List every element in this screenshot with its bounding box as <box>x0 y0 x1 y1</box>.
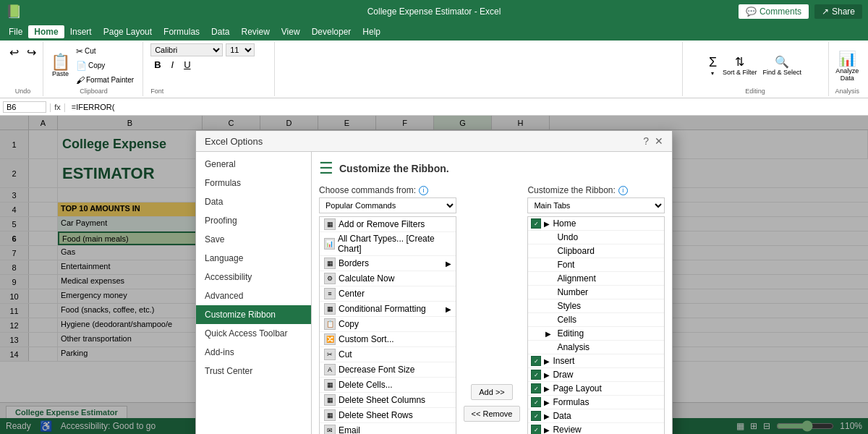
paste-button[interactable]: 📋 Paste <box>51 54 70 77</box>
cut-button[interactable]: ✂ Cut <box>73 45 137 58</box>
sidebar-item-addins[interactable]: Add-ins <box>196 343 311 362</box>
tree-item-styles[interactable]: Styles <box>528 299 664 313</box>
tree-item-analysis[interactable]: Analysis <box>528 341 664 354</box>
tree-item-draw[interactable]: ✓ ▶ Draw <box>528 368 664 382</box>
expand-arrow[interactable]: ▶ <box>545 330 554 338</box>
editing-group: Σ ▾ ⇅ Sort & Filter 🔍 Find & Select Edit… <box>682 42 827 96</box>
list-item[interactable]: ▦ Delete Cells... <box>320 378 456 393</box>
list-item[interactable]: ▦ Delete Sheet Columns <box>320 393 456 408</box>
formula-bar: | fx | <box>0 98 868 116</box>
list-item[interactable]: 🔀 Custom Sort... <box>320 332 456 347</box>
redo-button[interactable]: ↪ <box>23 43 40 61</box>
tree-item-editing[interactable]: ▶ Editing <box>528 327 664 341</box>
main-tabs-dropdown[interactable]: Main Tabs <box>527 197 665 213</box>
left-label: Choose commands from: i <box>319 185 456 195</box>
sidebar-item-quick-access[interactable]: Quick Access Toolbar <box>196 324 311 343</box>
sidebar-item-language[interactable]: Language <box>196 249 311 268</box>
sort-filter-button[interactable]: ⇅ Sort & Filter <box>723 55 757 76</box>
font-family-select[interactable]: Calibri <box>150 43 223 56</box>
expand-arrow[interactable]: ▶ <box>544 220 550 228</box>
modal-close-button[interactable]: ✕ <box>655 135 663 147</box>
cmd-icon: ▦ <box>324 409 336 421</box>
modal-content: ☰ Customize the Ribbon. Choose commands … <box>312 152 672 434</box>
ribbon: ↩ ↪ Undo 📋 Paste ✂ Cut 📄 Copy 🖌 Format P… <box>0 41 868 98</box>
undo-button[interactable]: ↩ <box>6 43 22 61</box>
tree-item-undo[interactable]: Undo <box>528 231 664 244</box>
menu-file[interactable]: File <box>3 25 28 38</box>
list-item[interactable]: ≡ Center <box>320 286 456 302</box>
font-size-select[interactable]: 11 <box>226 43 255 56</box>
sidebar-item-advanced[interactable]: Advanced <box>196 286 311 305</box>
underline-button[interactable]: U <box>180 58 194 72</box>
menu-page-layout[interactable]: Page Layout <box>98 25 158 38</box>
sidebar-item-trust-center[interactable]: Trust Center <box>196 362 311 380</box>
sidebar-item-data[interactable]: Data <box>196 192 311 211</box>
check-icon: ✓ <box>531 425 541 434</box>
font-group-label: Font <box>150 88 268 95</box>
list-item[interactable]: ▦ Borders ▶ <box>320 256 456 271</box>
analyze-data-button[interactable]: 📊 Analyze Data <box>835 43 859 88</box>
share-button[interactable]: ↗ Share <box>814 4 862 19</box>
remove-button[interactable]: << Remove <box>464 406 521 422</box>
list-item[interactable]: ⚙ Calculate Now <box>320 271 456 286</box>
tree-item-insert[interactable]: ✓ ▶ Insert <box>528 354 664 368</box>
menu-home[interactable]: Home <box>28 25 64 38</box>
sidebar-item-general[interactable]: General <box>196 155 311 174</box>
sidebar-item-save[interactable]: Save <box>196 230 311 249</box>
sidebar-item-proofing[interactable]: Proofing <box>196 211 311 230</box>
right-info-icon[interactable]: i <box>618 186 628 195</box>
bold-button[interactable]: B <box>150 58 164 72</box>
sidebar-item-customize-ribbon[interactable]: Customize Ribbon <box>196 305 311 324</box>
autosum-button[interactable]: Σ ▾ <box>709 55 717 77</box>
expand-arrow[interactable]: ▶ <box>544 399 550 407</box>
expand-arrow[interactable]: ▶ <box>544 412 550 420</box>
menu-formulas[interactable]: Formulas <box>158 25 205 38</box>
tree-item-font[interactable]: Font <box>528 258 664 272</box>
clipboard-group: 📋 Paste ✂ Cut 📄 Copy 🖌 Format Painter Cl… <box>45 42 143 96</box>
list-item[interactable]: ▦ Conditional Formatting ▶ <box>320 302 456 317</box>
tree-item-alignment[interactable]: Alignment <box>528 272 664 286</box>
format-painter-button[interactable]: 🖌 Format Painter <box>73 74 137 87</box>
tree-item-clipboard[interactable]: Clipboard <box>528 244 664 258</box>
left-info-icon[interactable]: i <box>419 186 428 195</box>
tree-item-home[interactable]: ✓ ▶ Home <box>528 217 664 231</box>
list-item[interactable]: ✉ Email <box>320 423 456 434</box>
tree-item-page-layout[interactable]: ✓ ▶ Page Layout <box>528 382 664 396</box>
find-select-button[interactable]: 🔍 Find & Select <box>763 55 802 76</box>
list-item[interactable]: 📋 Copy <box>320 317 456 332</box>
italic-button[interactable]: I <box>168 58 178 72</box>
expand-arrow[interactable]: ▶ <box>544 385 550 393</box>
list-item[interactable]: ✂ Cut <box>320 347 456 362</box>
list-item[interactable]: 📊 All Chart Types... [Create Chart] <box>320 232 456 256</box>
tree-item-data[interactable]: ✓ ▶ Data <box>528 409 664 423</box>
expand-arrow[interactable]: ▶ <box>544 357 550 365</box>
menu-data[interactable]: Data <box>205 25 235 38</box>
menu-view[interactable]: View <box>276 25 306 38</box>
tree-item-formulas[interactable]: ✓ ▶ Formulas <box>528 396 664 409</box>
copy-button[interactable]: 📄 Copy <box>73 59 137 72</box>
menu-developer[interactable]: Developer <box>306 25 357 38</box>
list-item[interactable]: ▦ Delete Sheet Rows <box>320 408 456 423</box>
tree-item-cells[interactable]: Cells <box>528 313 664 327</box>
sidebar-item-accessibility[interactable]: Accessibility <box>196 268 311 286</box>
formula-input[interactable] <box>69 103 865 111</box>
add-button[interactable]: Add >> <box>471 384 512 400</box>
expand-arrow[interactable]: ▶ <box>544 371 550 379</box>
title-bar: 📗 College Expense Estimator - Excel 💬 Co… <box>0 0 868 23</box>
menu-review[interactable]: Review <box>235 25 275 38</box>
modal-help-button[interactable]: ? <box>643 135 649 147</box>
tree-item-number[interactable]: Number <box>528 286 664 299</box>
sidebar-item-formulas[interactable]: Formulas <box>196 174 311 192</box>
tree-item-review[interactable]: ✓ ▶ Review <box>528 423 664 434</box>
menu-insert[interactable]: Insert <box>64 25 98 38</box>
commands-from-dropdown[interactable]: Popular Commands <box>319 197 456 213</box>
modal-title: Excel Options <box>205 136 263 147</box>
comments-button[interactable]: 💬 Comments <box>739 4 809 19</box>
menu-help[interactable]: Help <box>357 25 386 38</box>
list-item[interactable]: A Decrease Font Size <box>320 362 456 378</box>
cell-reference-input[interactable] <box>3 101 46 113</box>
list-item[interactable]: ▦ Add or Remove Filters <box>320 217 456 232</box>
check-icon: ✓ <box>531 383 541 393</box>
right-column: Customize the Ribbon: i Main Tabs ✓ <box>527 185 665 434</box>
expand-arrow[interactable]: ▶ <box>544 426 550 434</box>
